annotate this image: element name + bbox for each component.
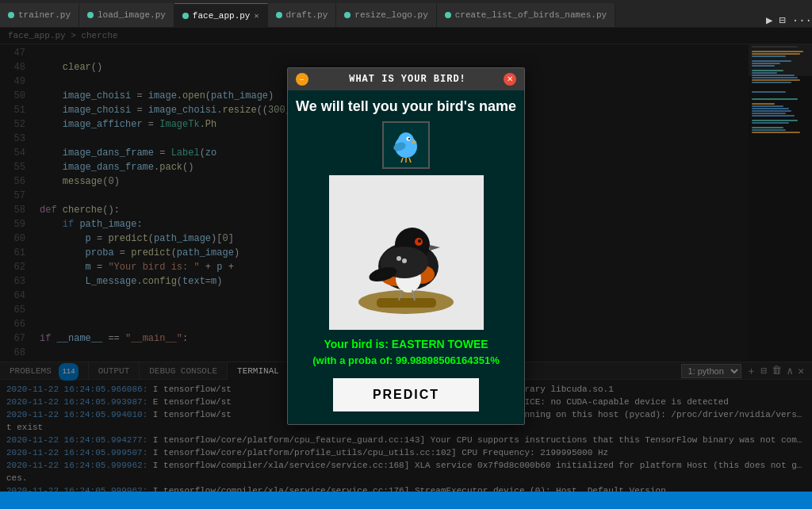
tab-load-image[interactable]: load_image.py	[79, 3, 174, 27]
tab-resize-logo[interactable]: resize_logo.py	[336, 3, 436, 27]
modal-close-button[interactable]: ✕	[504, 73, 516, 86]
svg-line-8	[409, 158, 411, 163]
tab-label-create-list: create_list_of_birds_names.py	[455, 10, 607, 20]
svg-point-4	[408, 138, 410, 140]
tab-dot-trainer	[8, 12, 14, 18]
tab-bar: trainer.py load_image.py face_app.py ✕ d…	[0, 0, 812, 28]
bird-photo	[329, 175, 484, 330]
modal-body: We will tell you your bird's name	[288, 90, 524, 424]
more-actions-icon[interactable]: ···	[792, 14, 812, 27]
svg-point-18	[418, 239, 421, 243]
bird-logo	[382, 121, 430, 169]
tab-label-load-image: load_image.py	[98, 10, 166, 20]
svg-rect-11	[377, 298, 436, 308]
tab-create-list[interactable]: create_list_of_birds_names.py	[437, 3, 615, 27]
tab-trainer[interactable]: trainer.py	[0, 3, 79, 27]
tab-dot-draft	[276, 12, 282, 18]
svg-line-6	[401, 158, 403, 163]
tab-label-resize-logo: resize_logo.py	[354, 10, 427, 20]
tab-dot-load-image	[87, 12, 94, 18]
bird-result-proba: (with a proba of: 99.98898506164351%	[312, 353, 500, 369]
svg-point-22	[402, 258, 407, 263]
tab-dot-face-app	[182, 13, 189, 19]
tab-label-draft: draft.py	[286, 10, 328, 20]
modal-title: WHAT IS YOUR BIRD!	[312, 74, 504, 85]
tab-dot-create-list	[445, 12, 451, 18]
tab-draft[interactable]: draft.py	[268, 3, 337, 27]
modal-header: − WHAT IS YOUR BIRD! ✕	[288, 68, 524, 90]
bird-modal: − WHAT IS YOUR BIRD! ✕ We will tell you …	[287, 67, 525, 425]
modal-subtitle: We will tell you your bird's name	[296, 98, 516, 115]
modal-minimize-button[interactable]: −	[296, 73, 308, 86]
tab-close-face-app[interactable]: ✕	[254, 11, 259, 21]
bird-result-name: Your bird is: EASTERN TOWEE	[312, 336, 500, 353]
svg-point-21	[396, 256, 401, 261]
run-icon[interactable]: ▶	[766, 13, 772, 27]
bird-result: Your bird is: EASTERN TOWEE (with a prob…	[312, 336, 500, 369]
tab-label-trainer: trainer.py	[18, 10, 71, 20]
bird-photo-svg	[329, 175, 484, 330]
toolbar-icons: ▶ ⊟ ···	[766, 13, 812, 27]
tab-label-face-app: face_app.py	[193, 11, 251, 21]
split-editor-icon[interactable]: ⊟	[779, 13, 785, 27]
status-bar	[0, 492, 812, 509]
modal-overlay: − WHAT IS YOUR BIRD! ✕ We will tell you …	[0, 28, 812, 492]
tab-face-app[interactable]: face_app.py ✕	[174, 3, 268, 27]
predict-button[interactable]: PREDICT	[333, 378, 479, 411]
tab-dot-resize-logo	[344, 12, 350, 18]
bird-logo-svg	[387, 126, 425, 164]
